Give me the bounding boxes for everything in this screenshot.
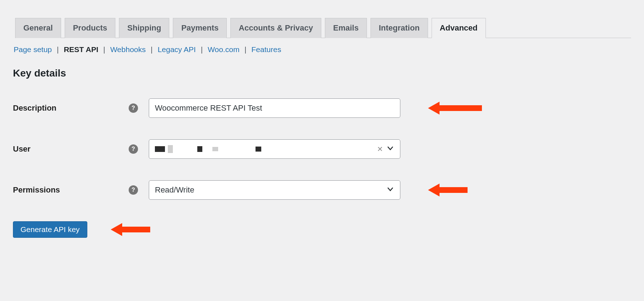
svg-marker-0 <box>428 102 482 115</box>
tab-accounts-privacy[interactable]: Accounts & Privacy <box>230 18 321 38</box>
user-selected-value <box>155 140 261 158</box>
separator: | <box>151 45 152 54</box>
clear-icon[interactable]: ✕ <box>377 145 383 153</box>
row-description: Description ? <box>13 98 631 118</box>
tab-products[interactable]: Products <box>65 18 115 38</box>
subnav-rest-api[interactable]: REST API <box>64 45 98 54</box>
svg-marker-1 <box>428 184 468 196</box>
tab-general[interactable]: General <box>15 18 61 38</box>
tab-shipping[interactable]: Shipping <box>119 18 169 38</box>
description-label: Description <box>13 103 56 113</box>
permissions-value: Read/Write <box>155 185 194 195</box>
tab-emails[interactable]: Emails <box>325 18 367 38</box>
subnav-page-setup[interactable]: Page setup <box>14 45 52 54</box>
tab-integration[interactable]: Integration <box>371 18 428 38</box>
tab-payments[interactable]: Payments <box>173 18 227 38</box>
separator: | <box>57 45 59 54</box>
help-icon[interactable]: ? <box>129 144 138 154</box>
description-input[interactable] <box>149 98 400 118</box>
separator: | <box>201 45 203 54</box>
generate-api-key-button[interactable]: Generate API key <box>13 221 87 238</box>
help-icon[interactable]: ? <box>129 185 138 195</box>
permissions-label: Permissions <box>13 185 60 195</box>
settings-tabs: General Products Shipping Payments Accou… <box>15 18 631 38</box>
subnav-features[interactable]: Features <box>252 45 281 54</box>
row-submit: Generate API key <box>13 221 631 238</box>
row-permissions: Permissions ? Read/Write <box>13 180 631 200</box>
separator: | <box>103 45 105 54</box>
section-title: Key details <box>13 68 631 79</box>
user-label: User <box>13 144 31 154</box>
annotation-arrow <box>428 100 482 116</box>
subnav-legacy-api[interactable]: Legacy API <box>158 45 196 54</box>
help-icon[interactable]: ? <box>129 103 138 113</box>
tab-advanced[interactable]: Advanced <box>432 18 486 38</box>
subnav-webhooks[interactable]: Webhooks <box>110 45 146 54</box>
annotation-arrow <box>111 222 150 237</box>
subnav-woo-com[interactable]: Woo.com <box>208 45 239 54</box>
separator: | <box>244 45 246 54</box>
permissions-select[interactable]: Read/Write <box>149 180 400 200</box>
annotation-arrow <box>428 182 468 198</box>
user-select[interactable] <box>149 139 400 159</box>
advanced-subnav: Page setup | REST API | Webhooks | Legac… <box>14 45 631 54</box>
svg-marker-2 <box>111 223 150 236</box>
row-user: User ? ✕ <box>13 139 631 159</box>
